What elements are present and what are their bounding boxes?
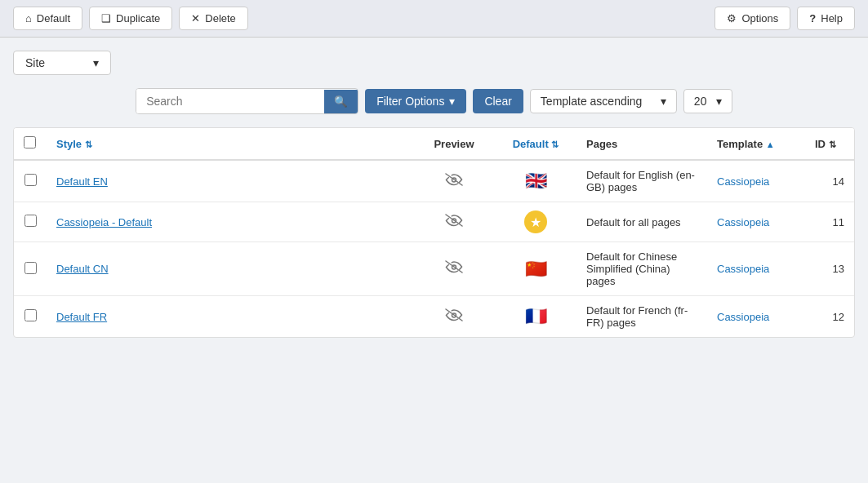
template-link[interactable]: Cassiopeia [717, 263, 769, 275]
row-preview-cell [413, 202, 495, 242]
row-id-value: 13 [833, 263, 844, 275]
clear-label: Clear [484, 95, 511, 108]
row-default-cell: ★ [495, 202, 576, 242]
row-pages-cell: Default for Chinese Simplified (China) p… [576, 242, 707, 296]
default-flag: 🇬🇧 [525, 171, 547, 191]
default-col-label: Default [513, 138, 549, 150]
id-col-label: ID [815, 138, 826, 150]
row-checkbox-cell [14, 160, 47, 202]
eye-slash-icon [445, 173, 463, 190]
delete-button[interactable]: ✕ Delete [179, 7, 248, 30]
per-page-dropdown[interactable]: 20 ▾ [683, 89, 732, 113]
table-body: Default EN 🇬🇧Default for English (en-GB)… [14, 160, 854, 337]
row-template-cell: Cassiopeia [707, 296, 805, 338]
table-row: Cassiopeia - Default ★Default for all pa… [14, 202, 854, 242]
pages-text: Default for all pages [586, 216, 681, 228]
column-header-default[interactable]: Default ⇅ [495, 128, 576, 160]
duplicate-button[interactable]: ❑ Duplicate [89, 7, 172, 30]
search-wrapper: 🔍 [136, 88, 358, 114]
row-checkbox-cell [14, 202, 47, 242]
filter-options-label: Filter Options [376, 95, 444, 108]
column-header-style[interactable]: Style ⇅ [47, 128, 413, 160]
row-template-cell: Cassiopeia [707, 160, 805, 202]
style-name-link[interactable]: Default EN [56, 175, 108, 188]
chevron-down-icon-sort: ▾ [661, 95, 666, 108]
row-id-value: 11 [833, 216, 844, 228]
eye-slash-icon [445, 260, 463, 277]
search-button[interactable]: 🔍 [324, 90, 358, 113]
default-sort-icon: ⇅ [551, 140, 559, 149]
column-header-preview: Preview [413, 128, 495, 160]
main-content: Site ▾ 🔍 Filter Options ▾ Clear Template… [0, 38, 868, 351]
search-input[interactable] [136, 89, 324, 113]
sort-label: Template ascending [541, 95, 643, 108]
default-star-badge: ★ [524, 210, 547, 233]
chevron-down-icon: ▾ [93, 56, 99, 69]
pages-text: Default for Chinese Simplified (China) p… [586, 250, 677, 287]
eye-slash-icon [445, 308, 463, 326]
template-sort-icon: ▲ [766, 140, 775, 149]
row-default-cell: 🇨🇳 [495, 242, 576, 296]
row-preview-cell [413, 160, 495, 202]
default-flag: 🇫🇷 [525, 306, 547, 326]
style-name-link[interactable]: Cassiopeia - Default [56, 216, 152, 228]
template-link[interactable]: Cassiopeia [717, 216, 769, 228]
style-col-label: Style [56, 138, 82, 150]
row-style-cell: Default CN [47, 242, 413, 296]
sort-dropdown[interactable]: Template ascending ▾ [530, 89, 677, 113]
column-header-pages: Pages [576, 128, 707, 160]
pages-col-label: Pages [586, 138, 617, 150]
row-template-cell: Cassiopeia [707, 202, 805, 242]
default-button[interactable]: ⌂ Default [13, 7, 82, 30]
id-sort-icon: ⇅ [829, 140, 836, 149]
row-checkbox-cell [14, 242, 47, 296]
clear-button[interactable]: Clear [473, 89, 523, 113]
row-checkbox[interactable] [24, 215, 37, 227]
times-icon: ✕ [191, 12, 200, 24]
row-checkbox[interactable] [24, 174, 37, 186]
style-name-link[interactable]: Default FR [56, 311, 107, 323]
toolbar-right: ⚙ Options ? Help [714, 7, 855, 30]
row-style-cell: Default EN [47, 160, 413, 202]
delete-label: Delete [205, 12, 236, 24]
template-link[interactable]: Cassiopeia [717, 175, 769, 188]
row-preview-cell [413, 296, 495, 338]
row-checkbox[interactable] [24, 309, 37, 321]
help-button[interactable]: ? Help [797, 7, 855, 30]
options-button[interactable]: ⚙ Options [714, 7, 790, 30]
question-icon: ? [809, 12, 816, 24]
site-dropdown[interactable]: Site ▾ [13, 51, 111, 75]
copy-icon: ❑ [101, 12, 111, 24]
table-wrapper: Style ⇅ Preview Default ⇅ Pages Template [13, 127, 855, 338]
row-checkbox-cell [14, 296, 47, 338]
row-default-cell: 🇫🇷 [495, 296, 576, 338]
row-pages-cell: Default for French (fr-FR) pages [576, 296, 707, 338]
select-all-checkbox[interactable] [24, 136, 36, 148]
style-name-link[interactable]: Default CN [56, 263, 109, 275]
row-id-cell: 11 [805, 202, 854, 242]
row-id-value: 12 [833, 311, 844, 323]
home-icon: ⌂ [25, 12, 32, 24]
table-row: Default EN 🇬🇧Default for English (en-GB)… [14, 160, 854, 202]
preview-col-label: Preview [434, 138, 474, 150]
table-header-row: Style ⇅ Preview Default ⇅ Pages Template [14, 128, 854, 160]
options-label: Options [741, 12, 778, 24]
site-selector-wrapper: Site ▾ [13, 51, 855, 75]
filter-options-button[interactable]: Filter Options ▾ [365, 89, 466, 113]
pages-text: Default for French (fr-FR) pages [586, 304, 688, 329]
column-header-template[interactable]: Template ▲ [707, 128, 805, 160]
styles-table: Style ⇅ Preview Default ⇅ Pages Template [14, 128, 854, 337]
row-id-cell: 13 [805, 242, 854, 296]
column-header-id[interactable]: ID ⇅ [805, 128, 854, 160]
help-label: Help [821, 12, 843, 24]
row-default-cell: 🇬🇧 [495, 160, 576, 202]
chevron-down-icon-perpage: ▾ [716, 95, 722, 108]
template-link[interactable]: Cassiopeia [717, 311, 769, 323]
table-row: Default CN 🇨🇳Default for Chinese Simplif… [14, 242, 854, 296]
filter-row: 🔍 Filter Options ▾ Clear Template ascend… [13, 88, 855, 114]
row-preview-cell [413, 242, 495, 296]
table-row: Default FR 🇫🇷Default for French (fr-FR) … [14, 296, 854, 338]
row-checkbox[interactable] [24, 262, 37, 274]
row-style-cell: Cassiopeia - Default [47, 202, 413, 242]
default-flag: 🇨🇳 [525, 259, 547, 279]
